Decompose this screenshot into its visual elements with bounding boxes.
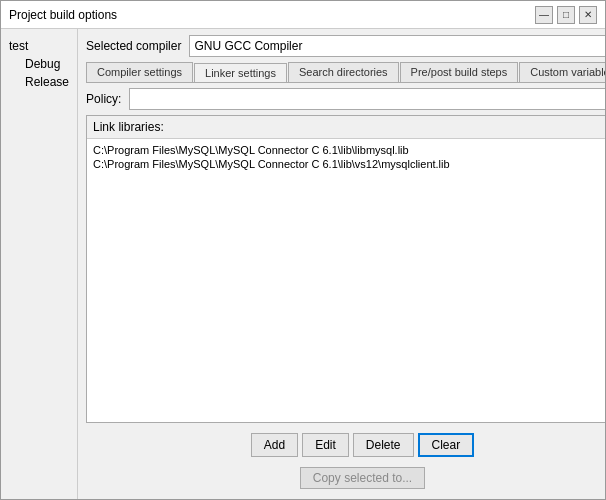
policy-select-wrapper: ▾ [129, 88, 605, 110]
tabs-scroll: Compiler settings Linker settings Search… [86, 62, 605, 82]
window-title: Project build options [9, 8, 117, 22]
main-content: Selected compiler GNU GCC Compiler ▾ Com… [78, 29, 605, 499]
sidebar: test Debug Release [1, 29, 78, 499]
edit-button[interactable]: Edit [302, 433, 349, 457]
sidebar-item-test[interactable]: test [5, 37, 73, 55]
libraries-list[interactable]: C:\Program Files\MySQL\MySQL Connector C… [87, 139, 605, 422]
title-bar: Project build options — □ ✕ [1, 1, 605, 29]
compiler-label: Selected compiler [86, 39, 181, 53]
clear-button[interactable]: Clear [418, 433, 475, 457]
lib-item-1[interactable]: C:\Program Files\MySQL\MySQL Connector C… [93, 157, 605, 171]
add-button[interactable]: Add [251, 433, 298, 457]
title-controls: — □ ✕ [535, 6, 597, 24]
left-panel: Link libraries: C:\Program Files\MySQL\M… [86, 115, 605, 493]
compiler-row: Selected compiler GNU GCC Compiler ▾ [86, 35, 605, 57]
compiler-select-wrapper: GNU GCC Compiler ▾ [189, 35, 605, 57]
action-buttons: Add Edit Delete Clear [86, 429, 605, 461]
lib-item-0[interactable]: C:\Program Files\MySQL\MySQL Connector C… [93, 143, 605, 157]
copy-btn-row: Copy selected to... [86, 467, 605, 493]
tabs-container: Compiler settings Linker settings Search… [86, 62, 605, 83]
main-window: Project build options — □ ✕ test Debug R… [0, 0, 606, 500]
sidebar-item-debug[interactable]: Debug [21, 55, 73, 73]
sidebar-sub: Debug Release [5, 55, 73, 91]
policy-select[interactable] [129, 88, 605, 110]
delete-button[interactable]: Delete [353, 433, 414, 457]
tab-linker-settings[interactable]: Linker settings [194, 63, 287, 82]
minimize-button[interactable]: — [535, 6, 553, 24]
policy-label: Policy: [86, 92, 121, 106]
tab-search-dirs[interactable]: Search directories [288, 62, 399, 82]
tab-compiler-settings[interactable]: Compiler settings [86, 62, 193, 82]
sidebar-item-release[interactable]: Release [21, 73, 73, 91]
libraries-panel: Link libraries: C:\Program Files\MySQL\M… [86, 115, 605, 423]
window-body: test Debug Release Selected compiler GNU… [1, 29, 605, 499]
compiler-select[interactable]: GNU GCC Compiler [189, 35, 605, 57]
tab-custom-vars[interactable]: Custom variables [519, 62, 605, 82]
close-button[interactable]: ✕ [579, 6, 597, 24]
main-area: Link libraries: C:\Program Files\MySQL\M… [86, 115, 605, 493]
policy-row: Policy: ▾ [86, 88, 605, 110]
copy-selected-button[interactable]: Copy selected to... [300, 467, 425, 489]
tab-pre-post[interactable]: Pre/post build steps [400, 62, 519, 82]
maximize-button[interactable]: □ [557, 6, 575, 24]
libraries-header: Link libraries: [87, 116, 605, 139]
